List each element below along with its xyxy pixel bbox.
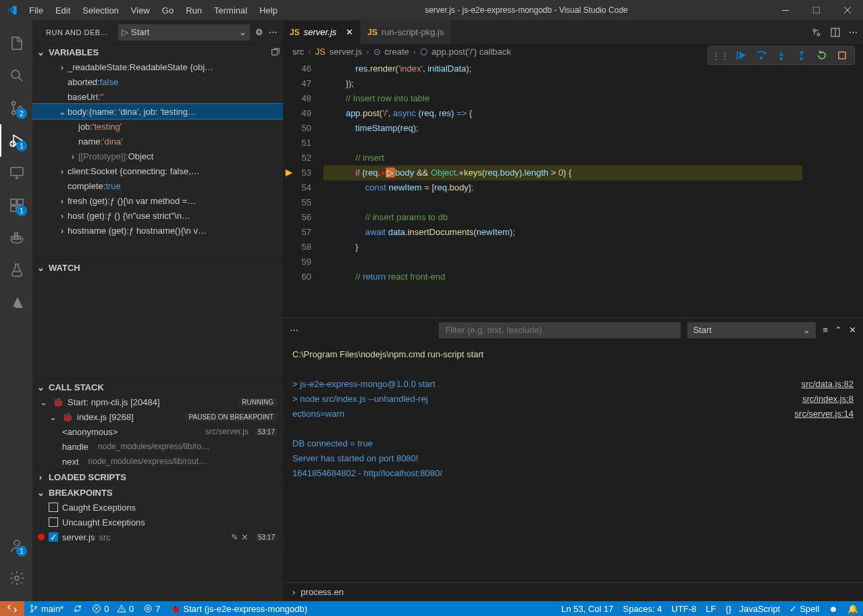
more-icon[interactable]: ⋯ [290,325,298,335]
drag-handle-icon[interactable]: ⋮⋮ [711,47,730,64]
source-link[interactable]: src/index.js:8 [795,392,854,407]
chevron-up-icon[interactable]: ⌃ [835,325,842,335]
stop-button[interactable] [833,47,852,64]
source-link[interactable]: src/server.js:14 [795,407,854,421]
more-icon[interactable]: ⋯ [269,27,278,37]
callstack-frame[interactable]: <anonymous> src/server.js 53:17 [32,424,283,439]
callstack-thread[interactable]: ⌄ 🐞 Start: npm-cli.js [20484] RUNNING [32,394,283,409]
repl-input[interactable]: › process.en [283,582,863,601]
callstack-header[interactable]: ⌄ CALL STACK [32,380,283,394]
compare-icon[interactable] [811,27,822,38]
checkbox[interactable]: ✓ [49,532,58,542]
feedback-button[interactable]: ☻ [824,601,843,616]
task-select[interactable]: Start ⌄ [687,322,816,338]
breakpoints-header[interactable]: ⌄ BREAKPOINTS [32,485,283,500]
variable-row[interactable]: complete: true [32,178,283,193]
callstack-frame[interactable]: next node_modules/express/lib/rout… [32,454,283,469]
menu-file[interactable]: File [24,3,49,18]
variable-row[interactable]: ⌄ body: {name: 'dina', job: 'testing… [32,104,283,119]
clear-icon[interactable]: ≡ [822,325,828,335]
indentation[interactable]: Spaces: 4 [619,601,667,616]
activity-extensions[interactable]: 1 [0,189,32,222]
activity-search[interactable] [0,59,32,92]
variable-row[interactable]: name: 'dina' [32,134,283,149]
menu-terminal[interactable]: Terminal [209,3,253,18]
menu-view[interactable]: View [126,3,155,18]
step-into-button[interactable] [772,47,791,64]
bc-item[interactable]: app.post('/') callback [432,47,511,57]
activity-accounts[interactable]: 1 [0,530,32,562]
menu-run[interactable]: Run [180,3,207,18]
maximize-button[interactable] [801,0,832,20]
step-out-button[interactable] [792,47,811,64]
menu-go[interactable]: Go [157,3,179,18]
close-button[interactable] [832,0,863,20]
loaded-scripts-header[interactable]: › LOADED SCRIPTS [32,469,283,484]
step-over-button[interactable] [752,47,770,64]
spell-check[interactable]: ✓ Spell [785,601,824,616]
notifications-button[interactable]: 🔔 [843,601,863,616]
bc-item[interactable]: create [385,47,409,57]
breakpoint-item[interactable]: ✓ server.js src ✎ ✕ 53:17 [32,530,283,544]
collapse-all-icon[interactable] [271,47,280,57]
debug-status[interactable]: 🐞Start (js-e2e-express-mongodb) [165,601,313,616]
activity-remote[interactable] [0,157,32,189]
watch-header[interactable]: ⌄ WATCH [32,260,283,275]
activity-testing[interactable] [0,254,32,286]
variable-row[interactable]: › hostname (get): ƒ hostname(){\n v… [32,223,283,238]
breakpoint-item[interactable]: Uncaught Exceptions [32,515,283,530]
tab-server-js[interactable]: JS server.js ✕ [283,20,361,44]
ports-button[interactable]: 7 [138,601,165,616]
activity-settings[interactable] [0,562,32,594]
close-icon[interactable]: ✕ [849,325,856,335]
bc-item[interactable]: server.js [330,47,362,57]
activity-azure[interactable] [0,286,32,319]
menu-edit[interactable]: Edit [50,3,76,18]
activity-docker[interactable] [0,222,32,254]
filter-input[interactable] [439,322,681,338]
continue-button[interactable] [731,47,750,64]
menu-selection[interactable]: Selection [77,3,124,18]
console-output[interactable]: C:\Program Files\nodejs\npm.cmd run-scri… [283,342,863,582]
encoding[interactable]: UTF-8 [666,601,701,616]
callstack-thread[interactable]: ⌄ 🐞 index.js [9268] PAUSED ON BREAKPOINT [32,409,283,424]
branch-button[interactable]: main* [24,601,68,616]
activity-scm[interactable]: 2 [0,92,32,124]
more-icon[interactable]: ⋯ [849,27,858,37]
variable-row[interactable]: › host (get): ƒ () {\n"use strict"\n… [32,208,283,223]
menu-help[interactable]: Help [254,3,283,18]
variable-row[interactable]: baseUrl: '' [32,89,283,104]
problems-button[interactable]: 0 0 [87,601,138,616]
bc-item[interactable]: src [292,47,304,57]
variable-row[interactable]: › [[Prototype]]: Object [32,149,283,163]
code-editor[interactable]: 464748495051525354555657585960 res.rende… [283,59,863,317]
close-icon[interactable]: ✕ [346,27,353,37]
gear-icon[interactable]: ⚙ [255,27,263,37]
checkbox[interactable] [49,517,58,527]
close-icon[interactable]: ✕ [241,532,249,542]
callstack-frame[interactable]: handle node_modules/express/lib/ro… [32,439,283,454]
variable-row[interactable]: › _readableState: ReadableState {obj… [32,59,283,74]
checkbox[interactable] [49,503,58,512]
cursor-position[interactable]: Ln 53, Col 17 [556,601,618,616]
minimap[interactable] [802,59,863,317]
activity-explorer[interactable] [0,27,32,59]
restart-button[interactable] [812,47,831,64]
code-body[interactable]: res.render('index', initialData); }); //… [323,59,802,317]
variables-header[interactable]: ⌄ VARIABLES [32,45,283,59]
variable-row[interactable]: aborted: false [32,74,283,89]
debug-config-dropdown[interactable]: ▷ Start ⌄ [118,24,250,41]
sync-button[interactable] [68,601,87,616]
remote-button[interactable] [0,601,24,616]
split-icon[interactable] [830,27,841,38]
activity-debug[interactable]: 1 [0,124,32,157]
tab-run-script[interactable]: JS run-script-pkg.js [361,20,451,44]
variable-row[interactable]: › fresh (get): ƒ (){\n var method =… [32,193,283,208]
eol[interactable]: LF [701,601,721,616]
minimize-button[interactable] [770,0,801,20]
source-link[interactable]: src/data.js:82 [795,377,854,392]
debug-toolbar[interactable]: ⋮⋮ [708,46,855,65]
language-mode[interactable]: {} JavaScript [721,601,785,616]
variable-row[interactable]: job: 'testing' [32,119,283,134]
breakpoint-item[interactable]: Caught Exceptions [32,500,283,515]
